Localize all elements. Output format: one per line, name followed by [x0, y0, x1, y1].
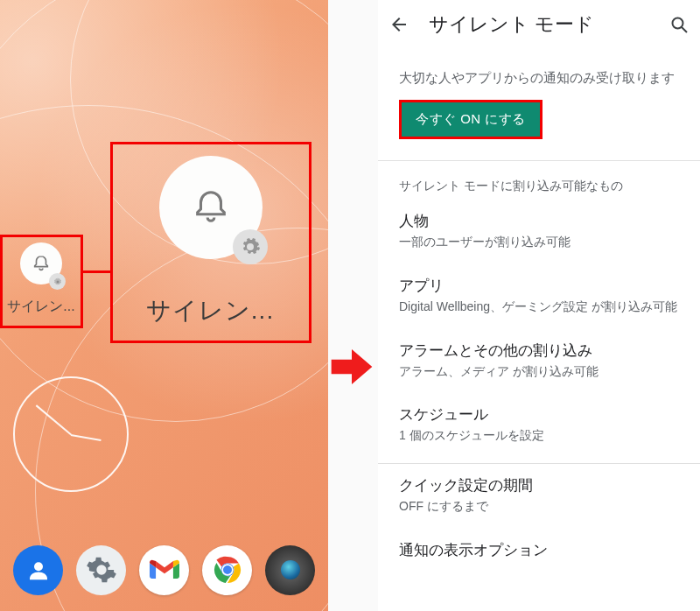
- back-icon[interactable]: [388, 14, 410, 35]
- highlight-connector: [80, 270, 113, 273]
- widget-label: サイレン...: [122, 294, 298, 327]
- page-title: サイレント モード: [429, 11, 649, 38]
- section-header: サイレント モードに割り込み可能なもの: [378, 161, 700, 200]
- item-subtitle: Digital Wellbeing、ゲーミング設定 が割り込み可能: [399, 298, 679, 315]
- app-bar: サイレント モード: [378, 0, 700, 49]
- bell-icon: [191, 187, 231, 228]
- search-icon[interactable]: [668, 14, 690, 35]
- home-screen: サイレン... サイレン...: [0, 0, 328, 611]
- item-title: スケジュール: [399, 405, 679, 425]
- contacts-app-icon[interactable]: [13, 545, 63, 595]
- item-subtitle: 一部のユーザーが割り込み可能: [399, 234, 679, 250]
- svg-point-5: [673, 18, 683, 29]
- bell-icon: [32, 254, 51, 273]
- dock: [0, 537, 328, 602]
- item-notification-display[interactable]: 通知の表示オプション: [378, 529, 700, 566]
- turn-on-button[interactable]: 今すぐ ON にする: [402, 102, 540, 137]
- widget-label-small: サイレン...: [4, 298, 79, 316]
- clock-widget[interactable]: [13, 376, 129, 492]
- item-schedule[interactable]: スケジュール 1 個のスケジュールを設定: [378, 393, 700, 458]
- svg-line-6: [682, 27, 687, 32]
- gear-badge-icon: [233, 229, 268, 264]
- chrome-app-icon[interactable]: [202, 545, 252, 595]
- camera-app-icon[interactable]: [265, 545, 315, 595]
- item-title: 通知の表示オプション: [399, 541, 679, 560]
- highlight-turn-on: 今すぐ ON にする: [399, 100, 542, 139]
- item-apps[interactable]: アプリ Digital Wellbeing、ゲーミング設定 が割り込み可能: [378, 264, 700, 329]
- item-quick-duration[interactable]: クイック設定の期間 OFF にするまで: [378, 464, 700, 529]
- description-text: 大切な人やアプリからの通知のみ受け取ります: [378, 49, 700, 100]
- gear-badge-small-icon: [49, 273, 66, 290]
- gear-icon: [52, 277, 63, 287]
- svg-point-1: [34, 562, 43, 571]
- item-title: 人物: [399, 212, 679, 231]
- gmail-app-icon[interactable]: [139, 545, 189, 595]
- settings-screen: サイレント モード 大切な人やアプリからの通知のみ受け取ります 今すぐ ON に…: [378, 0, 700, 611]
- settings-app-icon[interactable]: [76, 545, 126, 595]
- arrow-icon: [329, 345, 374, 389]
- gear-icon: [240, 236, 261, 257]
- item-subtitle: アラーム、メディア が割り込み可能: [399, 363, 679, 380]
- item-subtitle: OFF にするまで: [399, 498, 679, 515]
- item-subtitle: 1 個のスケジュールを設定: [399, 427, 679, 444]
- item-people[interactable]: 人物 一部のユーザーが割り込み可能: [378, 200, 700, 264]
- item-alarms[interactable]: アラームとその他の割り込み アラーム、メディア が割り込み可能: [378, 329, 700, 394]
- item-title: アプリ: [399, 277, 679, 296]
- item-title: クイック設定の期間: [399, 476, 679, 495]
- item-title: アラームとその他の割り込み: [399, 341, 679, 361]
